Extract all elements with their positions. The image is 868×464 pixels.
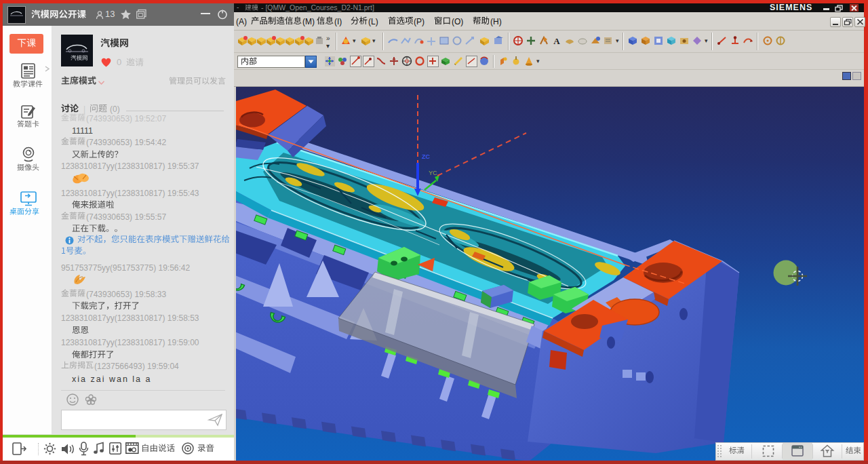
svg-text:ZC: ZC: [422, 153, 430, 160]
svg-text:YC: YC: [429, 170, 437, 176]
svg-text:A: A: [553, 36, 560, 46]
